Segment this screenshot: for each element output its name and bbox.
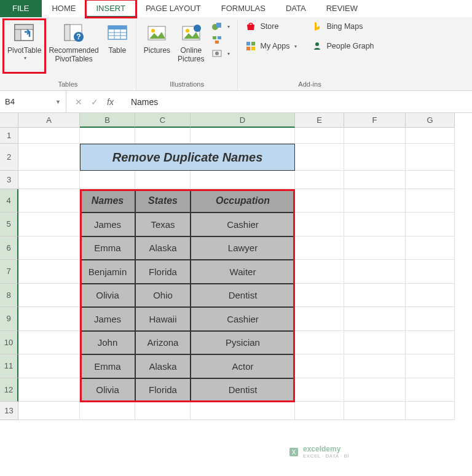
- tab-insert[interactable]: INSERT: [86, 0, 135, 17]
- cell[interactable]: [295, 284, 344, 308]
- pictures-button[interactable]: Pictures: [140, 20, 174, 72]
- cell[interactable]: [191, 171, 295, 189]
- cell[interactable]: [295, 402, 344, 420]
- cell[interactable]: [344, 189, 406, 213]
- table-cell[interactable]: Olivia: [80, 378, 135, 402]
- cell[interactable]: [406, 284, 455, 308]
- cell[interactable]: [135, 171, 191, 189]
- col-header[interactable]: D: [191, 113, 295, 128]
- tab-file[interactable]: FILE: [0, 0, 42, 17]
- cell[interactable]: [344, 260, 406, 284]
- cell[interactable]: [295, 378, 344, 402]
- table-cell[interactable]: Florida: [135, 378, 191, 402]
- tab-page-layout[interactable]: PAGE LAYOUT: [136, 0, 211, 17]
- cell[interactable]: [344, 331, 406, 355]
- table-cell[interactable]: Waiter: [191, 260, 295, 284]
- tab-formulas[interactable]: FORMULAS: [211, 0, 276, 17]
- cell[interactable]: [344, 284, 406, 308]
- cell[interactable]: [344, 144, 406, 171]
- cancel-icon[interactable]: ✕: [75, 97, 82, 107]
- cell[interactable]: [295, 354, 344, 378]
- select-all-corner[interactable]: [0, 113, 18, 128]
- cell[interactable]: [406, 331, 455, 355]
- table-cell[interactable]: Cashier: [191, 213, 295, 236]
- cell[interactable]: [191, 402, 295, 420]
- smartart-button[interactable]: [211, 34, 230, 45]
- cell[interactable]: [18, 378, 80, 402]
- cell[interactable]: [344, 213, 406, 236]
- table-cell[interactable]: Benjamin: [80, 260, 135, 284]
- cell[interactable]: [406, 128, 455, 144]
- shapes-button[interactable]: ▾: [211, 21, 230, 32]
- col-header[interactable]: A: [18, 113, 80, 128]
- table-cell[interactable]: Hawaii: [135, 307, 191, 331]
- cell[interactable]: [18, 213, 80, 236]
- table-cell[interactable]: Olivia: [80, 284, 135, 308]
- cell[interactable]: [406, 189, 455, 213]
- table-cell[interactable]: Ohio: [135, 284, 191, 308]
- table-cell[interactable]: Emma: [80, 354, 135, 378]
- cell[interactable]: [295, 331, 344, 355]
- cell[interactable]: [344, 378, 406, 402]
- cell[interactable]: [406, 236, 455, 260]
- row-header[interactable]: 9: [0, 307, 18, 331]
- formula-input[interactable]: Names: [122, 97, 472, 107]
- cell[interactable]: [18, 144, 80, 171]
- online-pictures-button[interactable]: Online Pictures: [174, 20, 208, 72]
- table-cell[interactable]: Dentist: [191, 378, 295, 402]
- tab-data[interactable]: DATA: [276, 0, 317, 17]
- cell[interactable]: [135, 128, 191, 144]
- cell[interactable]: [18, 284, 80, 308]
- cell[interactable]: [406, 354, 455, 378]
- table-cell[interactable]: James: [80, 213, 135, 236]
- pivot-table-button[interactable]: PivotTable ▾: [4, 20, 45, 72]
- cell[interactable]: [80, 171, 135, 189]
- table-cell[interactable]: Cashier: [191, 307, 295, 331]
- cell[interactable]: [18, 307, 80, 331]
- cell[interactable]: [344, 402, 406, 420]
- my-apps-button[interactable]: My Apps▾: [245, 41, 297, 52]
- cell[interactable]: [18, 331, 80, 355]
- table-cell[interactable]: Florida: [135, 260, 191, 284]
- row-header[interactable]: 6: [0, 236, 18, 260]
- cell[interactable]: [295, 189, 344, 213]
- cell[interactable]: [406, 402, 455, 420]
- cell[interactable]: [406, 307, 455, 331]
- cell[interactable]: [18, 354, 80, 378]
- cell[interactable]: [295, 144, 344, 171]
- table-cell[interactable]: Pysician: [191, 331, 295, 355]
- cell[interactable]: [406, 213, 455, 236]
- row-header[interactable]: 11: [0, 354, 18, 378]
- fx-icon[interactable]: fx: [107, 97, 114, 107]
- name-box[interactable]: B4 ▼: [0, 91, 66, 112]
- col-header[interactable]: B: [80, 113, 135, 128]
- cell[interactable]: [18, 260, 80, 284]
- table-cell[interactable]: James: [80, 307, 135, 331]
- spreadsheet-grid[interactable]: A B C D E F G 1 2 Remove Duplicate Names…: [0, 113, 472, 420]
- cell[interactable]: [344, 171, 406, 189]
- row-header[interactable]: 3: [0, 171, 18, 189]
- table-cell[interactable]: John: [80, 331, 135, 355]
- cell[interactable]: [295, 307, 344, 331]
- cell[interactable]: [406, 260, 455, 284]
- screenshot-button[interactable]: ▾: [211, 48, 230, 59]
- table-cell[interactable]: Texas: [135, 213, 191, 236]
- tab-review[interactable]: REVIEW: [317, 0, 368, 17]
- recommended-pivot-button[interactable]: ? Recommended PivotTables: [45, 20, 102, 72]
- cell[interactable]: [344, 307, 406, 331]
- store-button[interactable]: Store: [245, 21, 297, 32]
- row-header[interactable]: 1: [0, 128, 18, 144]
- bing-maps-button[interactable]: Bing Maps: [312, 21, 374, 32]
- row-header[interactable]: 5: [0, 213, 18, 236]
- cell[interactable]: [295, 171, 344, 189]
- cell[interactable]: [406, 144, 455, 171]
- table-cell[interactable]: Dentist: [191, 284, 295, 308]
- row-header[interactable]: 13: [0, 402, 18, 420]
- tab-home[interactable]: HOME: [42, 0, 86, 17]
- cell[interactable]: [18, 171, 80, 189]
- title-cell[interactable]: Remove Duplicate Names: [80, 144, 295, 171]
- row-header[interactable]: 12: [0, 378, 18, 402]
- table-header[interactable]: Names: [80, 189, 135, 213]
- row-header[interactable]: 2: [0, 144, 18, 171]
- people-graph-button[interactable]: People Graph: [312, 41, 374, 52]
